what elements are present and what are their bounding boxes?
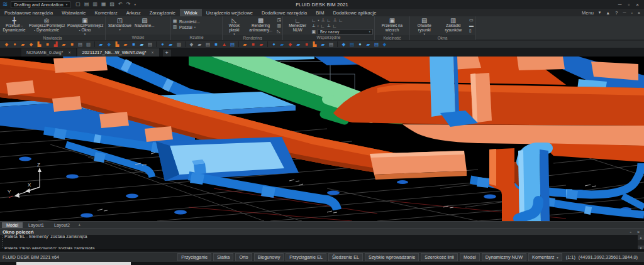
toolbar-icon[interactable]: ▰ (121, 41, 130, 48)
layout-tab[interactable]: Model (2, 222, 23, 228)
tile-vertical-icon[interactable]: ▯ (469, 28, 474, 33)
toolbar-icon[interactable]: ▰ (19, 41, 27, 48)
viewport-3d[interactable]: Z X Y (0, 57, 644, 221)
toolbar-icon[interactable]: ● (158, 41, 167, 48)
drawing-tab[interactable]: 20211217_NE...W_WENT.dwg* × (77, 48, 159, 57)
status-toggle[interactable]: Model (460, 253, 480, 261)
komentarz-dropdown[interactable]: Komentarz ▾ (528, 253, 562, 261)
command-history[interactable]: : Paleta 'EL - Elementy' została zamknię… (0, 235, 644, 251)
toolbar-icon[interactable]: ◆ (105, 41, 113, 48)
toolbar-icon[interactable]: ▙ (113, 41, 121, 48)
import-icon[interactable]: ▥ (92, 1, 97, 8)
minimize-button[interactable]: ─ (618, 2, 622, 8)
toolbar-icon[interactable]: ▰ (257, 41, 265, 48)
layout-tab[interactable]: Layout2 (50, 222, 74, 228)
zoom-dynamic-button[interactable]: ◎ Powiększ/Pomniejsz - Dynamicznie (28, 17, 65, 35)
viewport-split-button[interactable]: ▥ Podział ▾ (172, 24, 200, 30)
viewport-arrange-button[interactable]: ▦ Rozmieść... (172, 19, 200, 24)
ucs-icon[interactable]: ∟ (311, 18, 316, 23)
add-layout-button[interactable]: + (78, 222, 81, 228)
toolbar-icon[interactable]: ▥ (84, 41, 92, 48)
render-cone-icon[interactable]: ◺ (277, 29, 281, 34)
bring-to-front-button[interactable]: ▣ Przenieś na wierzch ▾ (376, 17, 408, 35)
close-icon[interactable]: × (152, 50, 154, 55)
status-toggle[interactable]: Dynamiczny NUW (482, 253, 526, 261)
toolbar-icon[interactable]: ▰ (294, 41, 303, 48)
flat-view-button[interactable]: ◺ Widok płaski ▾ (224, 17, 245, 35)
toolbar-icon[interactable]: ▰ (241, 41, 249, 48)
toolbar-icon[interactable] (185, 41, 186, 47)
toolbar-icon[interactable]: ▟ (52, 41, 60, 48)
ribbon-tab[interactable]: Dodatkowe narzędzia (257, 9, 311, 16)
toolbar-icon[interactable]: ▤ (146, 41, 154, 48)
toolbar-icon[interactable]: ▰ (278, 41, 286, 48)
toolbar-icon[interactable]: ▰ (97, 41, 105, 48)
command-window-header[interactable]: Okno poleceń ▫ × (0, 228, 644, 235)
toolbar-icon[interactable]: ■ (43, 41, 52, 48)
save-icon[interactable]: ▦ (101, 1, 106, 8)
ucs-icon[interactable]: ⊥ (321, 18, 325, 23)
zoom-window-button[interactable]: ▣ Powiększ/Pomniejsz - Okno ▾ (66, 17, 104, 35)
named-views-button[interactable]: ▤ Nazwane... (133, 17, 156, 35)
drawing-tab[interactable]: NONAME_0.dwg* × (21, 48, 76, 57)
plot-icon[interactable]: ▨ (110, 1, 115, 8)
toolbar-icon[interactable]: ▰ (364, 41, 372, 48)
ribbon-tab[interactable]: Zarządzanie (145, 9, 180, 16)
ucs-named-icon[interactable]: ▣ (311, 30, 316, 35)
toolbar-icon[interactable]: ▤ (228, 41, 236, 48)
status-toggle[interactable]: Orto (235, 253, 252, 261)
undo-icon[interactable]: ↶ (118, 1, 123, 8)
scroll-up-icon[interactable]: ▴ (638, 235, 644, 240)
command-scrollbar[interactable]: ▴ ▾ (638, 235, 644, 251)
ucs-icon[interactable]: ⊥ (311, 23, 315, 28)
ucs-icon[interactable]: ∟ (333, 24, 337, 28)
workspace-dropdown[interactable]: Drafting and Annotation ▾ (11, 1, 70, 8)
render-style-icon[interactable]: ◳ (277, 18, 281, 23)
doc-minimize-button[interactable]: ─ (623, 11, 626, 15)
toolbar-icon[interactable] (156, 41, 157, 47)
toolbar-icon[interactable]: ■ (212, 41, 220, 48)
toolbar-icon[interactable]: ■ (68, 41, 76, 48)
float-panel-icon[interactable]: ▫ (630, 230, 631, 234)
animated-render-button[interactable]: ▩ Rendering animowany... (245, 17, 277, 35)
redo-icon[interactable]: ↷ (126, 1, 131, 8)
ribbon-tab[interactable]: Podstawowe narzędzia (0, 9, 57, 16)
qat-caret-icon[interactable]: ▾ (135, 1, 136, 8)
status-toggle[interactable]: Szerokość linii (421, 253, 458, 261)
toolbar-icon[interactable]: ▰ (60, 41, 68, 48)
cascade-windows-icon[interactable]: ▭ (469, 18, 474, 23)
menu-dropdown[interactable]: Menu (582, 10, 594, 16)
toolbar-icon[interactable]: ▤ (372, 41, 380, 48)
toolbar-icon[interactable]: ▤ (348, 41, 356, 48)
toolbar-icon[interactable] (94, 41, 95, 47)
toolbar-icon[interactable]: ▤ (76, 41, 84, 48)
status-toggle[interactable]: Siatka (213, 253, 233, 261)
chevron-down-icon[interactable]: ▾ (599, 10, 601, 15)
toolbar-icon[interactable]: ◆ (340, 41, 348, 48)
toolbar-icon[interactable]: ■ (303, 41, 311, 48)
layout-tab[interactable]: Layout1 (24, 222, 48, 228)
close-icon[interactable]: × (68, 50, 70, 55)
ucs-icon[interactable]: ⊥ (333, 18, 336, 23)
ribbon-tab[interactable]: Komentarz (91, 9, 122, 16)
ucs-icon[interactable]: ⊥ (327, 23, 331, 28)
toolbar-icon[interactable]: ▤ (327, 41, 335, 48)
ucs-manager-button[interactable]: ∟ Menedżer NUW (284, 17, 311, 35)
toolbar-icon[interactable]: ● (356, 41, 364, 48)
open-drawings-button[interactable]: ▤ Otwarte rysunki ▾ (411, 17, 438, 35)
ucs-name-combobox[interactable]: Bez nazwy ▾ (318, 29, 373, 35)
toolbar-icon[interactable]: ● (11, 41, 19, 48)
tile-horizontal-icon[interactable]: ▬ (469, 23, 474, 28)
home-icon[interactable]: ▲ (606, 11, 610, 15)
toolbar-icon[interactable]: ◆ (187, 41, 196, 48)
toolbar-icon[interactable] (267, 41, 268, 47)
toolbar-icon[interactable]: ■ (130, 41, 138, 48)
ucs-icon[interactable]: ∟ (327, 18, 331, 23)
toolbar-icon[interactable]: ◆ (286, 41, 294, 48)
help-button[interactable]: ? (615, 10, 618, 16)
toolbar-icon[interactable]: ▰ (319, 41, 327, 48)
status-toggle[interactable]: Przyciąganie EL (286, 253, 326, 261)
close-icon[interactable]: × (637, 230, 640, 234)
new-file-icon[interactable]: ▢ (75, 1, 80, 8)
toolbar-icon[interactable]: ◆ (3, 41, 11, 48)
